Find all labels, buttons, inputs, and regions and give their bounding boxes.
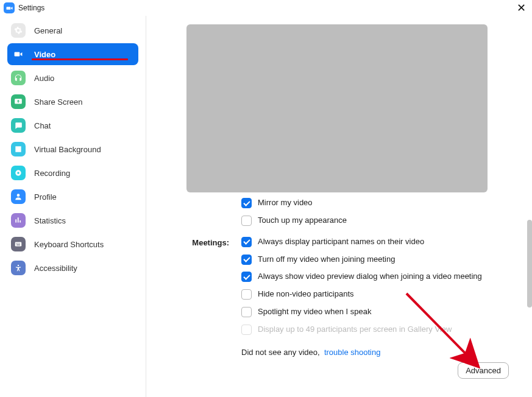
svg-point-2 xyxy=(17,194,20,197)
group-label: Meetings: xyxy=(186,236,241,336)
checkbox[interactable] xyxy=(241,216,252,226)
sidebar-item-video[interactable]: Video xyxy=(7,43,138,65)
opt-display-names[interactable]: Always display participant names on thei… xyxy=(241,236,482,248)
sidebar-item-label: Statistics xyxy=(34,216,66,225)
checkbox xyxy=(241,325,252,335)
opt-label: Spotlight my video when I speak xyxy=(258,306,371,318)
svg-rect-4 xyxy=(16,243,17,244)
opt-label: Always show video preview dialog when jo… xyxy=(258,271,482,283)
group-label xyxy=(186,197,241,227)
share-screen-icon xyxy=(11,94,26,109)
scrollbar-thumb[interactable] xyxy=(527,220,532,307)
content: General Video Audio Share Screen Chat xyxy=(0,16,532,397)
opt-hide-nonvideo[interactable]: Hide non-video participants xyxy=(241,289,482,300)
opt-label: Turn off my video when joining meeting xyxy=(258,254,395,265)
sidebar-item-label: Keyboard Shortcuts xyxy=(34,240,104,249)
sidebar-item-label: Accessibility xyxy=(34,264,77,273)
opt-spotlight[interactable]: Spotlight my video when I speak xyxy=(241,306,482,318)
close-icon[interactable]: ✕ xyxy=(517,2,526,13)
opt-label: Hide non-video participants xyxy=(258,289,354,300)
sidebar-item-recording[interactable]: Recording xyxy=(7,162,138,184)
checkbox[interactable] xyxy=(241,237,252,247)
checkbox[interactable] xyxy=(241,255,252,265)
sidebar-item-label: Audio xyxy=(34,74,54,83)
checkbox[interactable] xyxy=(241,307,252,317)
no-video-text: Did not see any video, xyxy=(241,348,320,357)
opt-touch-up-appearance[interactable]: Touch up my appearance xyxy=(241,215,347,227)
checkbox[interactable] xyxy=(241,272,252,282)
sidebar: General Video Audio Share Screen Chat xyxy=(0,16,146,397)
svg-rect-3 xyxy=(15,242,22,247)
advanced-button[interactable]: Advanced xyxy=(458,362,509,379)
main-panel: Mirror my video Touch up my appearance M… xyxy=(146,16,532,397)
sidebar-item-chat[interactable]: Chat xyxy=(7,114,138,136)
app-icon xyxy=(4,2,15,13)
svg-point-1 xyxy=(17,172,20,174)
video-icon xyxy=(11,47,26,61)
titlebar-left: Settings xyxy=(4,2,44,13)
virtual-background-icon xyxy=(11,142,26,156)
sidebar-item-virtual-background[interactable]: Virtual Background xyxy=(7,138,138,160)
no-video-row: Did not see any video, trouble shooting xyxy=(241,348,521,357)
sidebar-item-keyboard-shortcuts[interactable]: Keyboard Shortcuts xyxy=(7,233,138,255)
checkbox[interactable] xyxy=(241,289,252,300)
svg-rect-6 xyxy=(19,243,20,244)
sidebar-item-label: Virtual Background xyxy=(34,145,101,154)
sidebar-item-label: General xyxy=(34,26,62,35)
sidebar-item-label: Chat xyxy=(34,121,51,130)
sidebar-item-label: Recording xyxy=(34,169,70,178)
window-title: Settings xyxy=(18,4,44,12)
sidebar-item-profile[interactable]: Profile xyxy=(7,186,138,208)
checkbox[interactable] xyxy=(241,198,252,208)
sidebar-item-label: Profile xyxy=(34,192,57,202)
profile-icon xyxy=(11,189,26,204)
opt-turn-off-join[interactable]: Turn off my video when joining meeting xyxy=(241,254,482,265)
sidebar-item-label: Share Screen xyxy=(34,97,83,107)
headphones-icon xyxy=(11,71,26,85)
svg-rect-7 xyxy=(16,245,20,245)
troubleshooting-link[interactable]: trouble shooting xyxy=(324,348,381,357)
sidebar-item-audio[interactable]: Audio xyxy=(7,67,138,89)
chat-icon xyxy=(11,118,26,133)
keyboard-icon xyxy=(11,237,26,251)
sidebar-item-share-screen[interactable]: Share Screen xyxy=(7,91,138,113)
sidebar-item-statistics[interactable]: Statistics xyxy=(7,209,138,231)
sidebar-item-label: Video xyxy=(34,50,55,59)
meetings-group: Meetings: Always display participant nam… xyxy=(186,236,521,336)
my-video-group: Mirror my video Touch up my appearance xyxy=(186,197,521,227)
svg-rect-5 xyxy=(18,243,18,244)
sidebar-item-accessibility[interactable]: Accessibility xyxy=(7,257,138,279)
gear-icon xyxy=(11,23,26,38)
opt-label: Touch up my appearance xyxy=(258,215,347,227)
opt-label: Always display participant names on thei… xyxy=(258,236,424,248)
accessibility-icon xyxy=(11,261,26,275)
svg-point-8 xyxy=(18,265,19,266)
opt-gallery-49: Display up to 49 participants per screen… xyxy=(241,324,482,336)
annotation-underline xyxy=(32,58,128,60)
opt-label: Mirror my video xyxy=(258,197,313,209)
video-preview xyxy=(186,24,488,192)
opt-label: Display up to 49 participants per screen… xyxy=(258,324,452,336)
statistics-icon xyxy=(11,213,26,228)
opt-show-preview[interactable]: Always show video preview dialog when jo… xyxy=(241,271,482,283)
opt-mirror-my-video[interactable]: Mirror my video xyxy=(241,197,347,209)
recording-icon xyxy=(11,166,26,180)
titlebar: Settings ✕ xyxy=(0,0,532,16)
sidebar-item-general[interactable]: General xyxy=(7,19,138,41)
